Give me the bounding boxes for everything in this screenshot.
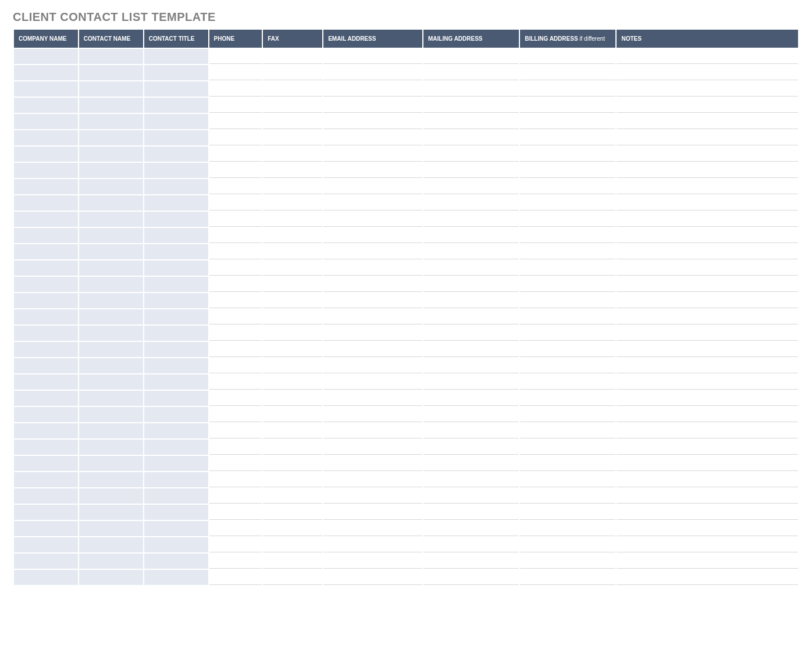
table-cell[interactable] xyxy=(14,277,78,292)
table-cell[interactable] xyxy=(79,570,143,585)
table-cell[interactable] xyxy=(144,277,208,292)
table-cell[interactable] xyxy=(617,374,798,390)
table-cell[interactable] xyxy=(423,326,519,341)
table-cell[interactable] xyxy=(144,537,208,552)
table-cell[interactable] xyxy=(14,423,78,438)
table-cell[interactable] xyxy=(323,570,422,585)
table-cell[interactable] xyxy=(209,407,262,422)
table-cell[interactable] xyxy=(323,309,422,324)
table-cell[interactable] xyxy=(423,163,519,178)
table-cell[interactable] xyxy=(323,537,422,552)
table-cell[interactable] xyxy=(263,488,322,504)
table-cell[interactable] xyxy=(323,195,422,210)
table-cell[interactable] xyxy=(423,195,519,210)
table-cell[interactable] xyxy=(423,130,519,145)
table-cell[interactable] xyxy=(263,147,322,162)
table-cell[interactable] xyxy=(520,81,615,97)
table-cell[interactable] xyxy=(617,570,798,585)
table-cell[interactable] xyxy=(79,293,143,308)
table-cell[interactable] xyxy=(323,505,422,520)
table-cell[interactable] xyxy=(263,49,322,64)
table-cell[interactable] xyxy=(263,440,322,455)
table-cell[interactable] xyxy=(263,342,322,357)
table-cell[interactable] xyxy=(263,179,322,194)
table-cell[interactable] xyxy=(263,554,322,569)
table-cell[interactable] xyxy=(79,488,143,504)
table-cell[interactable] xyxy=(323,114,422,129)
table-cell[interactable] xyxy=(423,228,519,243)
table-cell[interactable] xyxy=(423,391,519,406)
table-cell[interactable] xyxy=(423,98,519,113)
table-cell[interactable] xyxy=(323,163,422,178)
table-cell[interactable] xyxy=(144,423,208,438)
table-cell[interactable] xyxy=(617,163,798,178)
table-cell[interactable] xyxy=(14,326,78,341)
table-cell[interactable] xyxy=(617,521,798,536)
table-cell[interactable] xyxy=(209,440,262,455)
table-cell[interactable] xyxy=(323,374,422,390)
table-cell[interactable] xyxy=(423,537,519,552)
table-cell[interactable] xyxy=(520,309,615,324)
table-cell[interactable] xyxy=(209,326,262,341)
table-cell[interactable] xyxy=(144,488,208,504)
table-cell[interactable] xyxy=(520,244,615,259)
table-cell[interactable] xyxy=(79,261,143,276)
table-cell[interactable] xyxy=(209,65,262,80)
table-cell[interactable] xyxy=(79,521,143,536)
table-cell[interactable] xyxy=(423,472,519,487)
table-cell[interactable] xyxy=(323,244,422,259)
table-cell[interactable] xyxy=(263,423,322,438)
table-cell[interactable] xyxy=(144,391,208,406)
table-cell[interactable] xyxy=(323,423,422,438)
table-cell[interactable] xyxy=(617,179,798,194)
table-cell[interactable] xyxy=(263,163,322,178)
table-cell[interactable] xyxy=(617,277,798,292)
table-cell[interactable] xyxy=(423,456,519,471)
table-cell[interactable] xyxy=(617,261,798,276)
table-cell[interactable] xyxy=(520,326,615,341)
table-cell[interactable] xyxy=(209,570,262,585)
table-cell[interactable] xyxy=(144,521,208,536)
table-cell[interactable] xyxy=(323,277,422,292)
table-cell[interactable] xyxy=(14,244,78,259)
table-cell[interactable] xyxy=(14,179,78,194)
table-cell[interactable] xyxy=(617,212,798,227)
table-cell[interactable] xyxy=(263,65,322,80)
table-cell[interactable] xyxy=(144,114,208,129)
table-cell[interactable] xyxy=(14,391,78,406)
table-cell[interactable] xyxy=(209,212,262,227)
table-cell[interactable] xyxy=(209,195,262,210)
table-cell[interactable] xyxy=(144,81,208,97)
table-cell[interactable] xyxy=(617,456,798,471)
table-cell[interactable] xyxy=(209,228,262,243)
table-cell[interactable] xyxy=(520,65,615,80)
table-cell[interactable] xyxy=(209,49,262,64)
table-cell[interactable] xyxy=(323,358,422,373)
table-cell[interactable] xyxy=(144,228,208,243)
table-cell[interactable] xyxy=(79,456,143,471)
table-cell[interactable] xyxy=(263,407,322,422)
table-cell[interactable] xyxy=(617,407,798,422)
table-cell[interactable] xyxy=(423,293,519,308)
table-cell[interactable] xyxy=(617,326,798,341)
table-cell[interactable] xyxy=(144,244,208,259)
table-cell[interactable] xyxy=(79,179,143,194)
table-cell[interactable] xyxy=(323,326,422,341)
table-cell[interactable] xyxy=(144,374,208,390)
table-cell[interactable] xyxy=(144,309,208,324)
table-cell[interactable] xyxy=(617,130,798,145)
table-cell[interactable] xyxy=(14,81,78,97)
table-cell[interactable] xyxy=(520,537,615,552)
table-cell[interactable] xyxy=(209,114,262,129)
table-cell[interactable] xyxy=(423,212,519,227)
table-cell[interactable] xyxy=(144,293,208,308)
table-cell[interactable] xyxy=(520,407,615,422)
table-cell[interactable] xyxy=(209,277,262,292)
table-cell[interactable] xyxy=(79,505,143,520)
table-cell[interactable] xyxy=(423,244,519,259)
table-cell[interactable] xyxy=(14,472,78,487)
table-cell[interactable] xyxy=(14,358,78,373)
table-cell[interactable] xyxy=(79,537,143,552)
table-cell[interactable] xyxy=(209,342,262,357)
table-cell[interactable] xyxy=(423,342,519,357)
